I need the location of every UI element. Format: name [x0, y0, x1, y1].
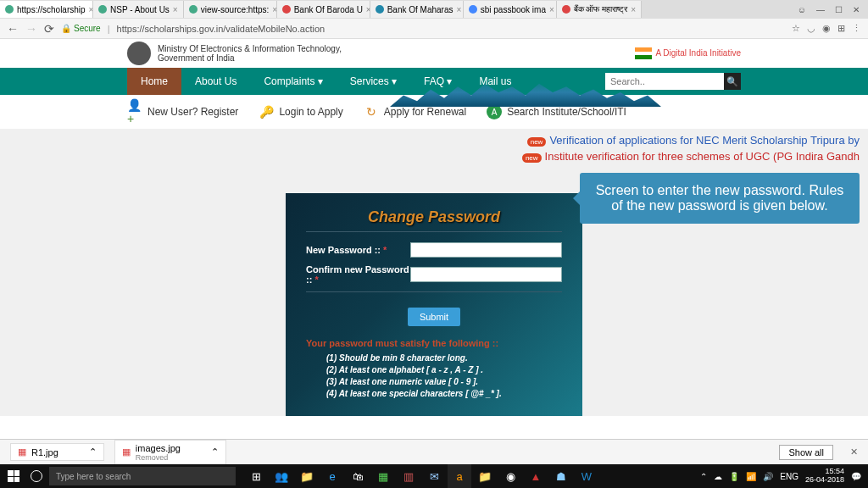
language-indicator[interactable]: ENG — [780, 472, 798, 481]
browser-tab[interactable]: बैंक ऑफ महाराष्ट्र× — [557, 1, 642, 18]
back-icon[interactable]: ← — [7, 22, 19, 36]
url-text[interactable]: https://scholarships.gov.in/validateMobi… — [117, 24, 785, 34]
search-icon[interactable]: 🔍 — [724, 73, 741, 90]
refresh-icon: ↻ — [364, 104, 379, 119]
browser-tab[interactable]: NSP - About Us× — [93, 1, 184, 18]
taskbar: Type here to search ⊞ 👥 📁 e 🛍 ▦ ▥ ✉ a 📁 … — [0, 464, 868, 488]
address-bar: ← → ⟳ 🔒 Secure | https://scholarships.go… — [0, 19, 868, 39]
reload-icon[interactable]: ⟳ — [44, 22, 54, 36]
rule-item: (1) Should be min 8 character long. — [326, 353, 562, 363]
minimize-icon[interactable]: — — [816, 5, 825, 14]
chrome-icon[interactable]: ◉ — [498, 464, 522, 488]
site-header: Ministry Of Electronics & Information Te… — [0, 39, 868, 68]
chevron-up-icon[interactable]: ⌃ — [211, 446, 219, 458]
main-nav: Home About Us Complaints ▾ Services ▾ FA… — [0, 68, 868, 95]
close-icon[interactable]: × — [173, 5, 178, 14]
rule-item: (3) At least one numeric value [ 0 - 9 ]… — [326, 377, 562, 386]
explorer-icon[interactable]: 📁 — [473, 464, 497, 488]
flag-icon — [635, 47, 652, 59]
panel-title: Change Password — [306, 208, 562, 226]
password-rules: (1) Should be min 8 character long. (2) … — [306, 353, 562, 398]
secure-badge: 🔒 Secure — [61, 24, 101, 33]
close-window-icon[interactable]: ✕ — [853, 5, 860, 14]
close-icon[interactable]: × — [631, 5, 636, 14]
browser-tab[interactable]: sbi passbook ima× — [464, 1, 557, 18]
confirm-password-label: Confirm new Password :: * — [306, 264, 410, 285]
clock[interactable]: 15:5426-04-2018 — [805, 468, 844, 485]
nav-complaints[interactable]: Complaints ▾ — [250, 68, 336, 95]
extension-icon[interactable]: ◉ — [822, 23, 831, 34]
extension-icon[interactable]: ⊞ — [837, 23, 845, 34]
new-password-label: New Password :: * — [306, 245, 410, 255]
app-icon[interactable]: ▦ — [371, 464, 395, 488]
file-icon: ▦ — [122, 446, 131, 458]
new-password-input[interactable] — [410, 242, 562, 258]
nav-search-input[interactable] — [605, 73, 724, 90]
edge-icon[interactable]: e — [320, 464, 344, 488]
store-icon[interactable]: 🛍 — [346, 464, 370, 488]
onedrive-icon[interactable]: ☁ — [714, 472, 722, 481]
app-icon[interactable]: ▥ — [397, 464, 420, 488]
rule-item: (2) At least one alphabet [ a - z , A - … — [326, 365, 562, 374]
start-button[interactable] — [0, 464, 27, 488]
task-view-icon[interactable]: ⊞ — [244, 464, 268, 488]
close-icon[interactable]: × — [549, 5, 554, 14]
rule-item: (4) At least one special characters [ @#… — [326, 389, 562, 398]
browser-tab[interactable]: Bank Of Baroda U× — [277, 1, 370, 18]
user-plus-icon: 👤+ — [127, 104, 142, 119]
close-icon[interactable]: ✕ — [850, 446, 858, 458]
help-callout: Screen to enter the new password. Rules … — [580, 173, 860, 224]
browser-tab[interactable]: view-source:https:× — [184, 1, 277, 18]
amazon-icon[interactable]: a — [448, 464, 471, 488]
volume-icon[interactable]: 🔊 — [763, 472, 773, 481]
battery-icon[interactable]: 🔋 — [729, 472, 739, 481]
new-badge: new — [527, 137, 547, 147]
notif-link[interactable]: Verification of applications for NEC Mer… — [549, 134, 860, 147]
forward-icon[interactable]: → — [25, 22, 37, 36]
download-item[interactable]: ▦images.jpgRemoved⌃ — [114, 440, 226, 465]
pocket-icon[interactable]: ◡ — [807, 23, 815, 34]
wifi-icon[interactable]: 📶 — [746, 472, 756, 481]
word-icon[interactable]: W — [575, 464, 598, 488]
download-bar: ▦R1.jpg⌃ ▦images.jpgRemoved⌃ Show all ✕ — [0, 439, 868, 464]
cortana-icon[interactable] — [27, 470, 46, 482]
people-icon[interactable]: 👥 — [270, 464, 293, 488]
browser-tab-strip: https://scholarship× NSP - About Us× vie… — [0, 0, 868, 19]
taskbar-search[interactable]: Type here to search — [49, 467, 236, 485]
chevron-up-icon[interactable]: ⌃ — [89, 446, 97, 458]
change-password-panel: Change Password New Password :: * Confir… — [286, 193, 582, 416]
ministry-text: Ministry Of Electronics & Information Te… — [158, 44, 342, 53]
browser-tab[interactable]: Bank Of Maharas× — [370, 1, 464, 18]
explorer-icon[interactable]: 📁 — [295, 464, 319, 488]
app-icon[interactable]: ☗ — [549, 464, 573, 488]
file-icon: ▦ — [18, 446, 26, 458]
confirm-password-input[interactable] — [410, 267, 562, 282]
nav-home[interactable]: Home — [127, 68, 181, 95]
notifications-icon[interactable]: 💬 — [851, 472, 861, 481]
close-icon[interactable]: × — [457, 5, 462, 14]
govt-text: Government of India — [158, 53, 342, 63]
new-user-link[interactable]: 👤+New User? Register — [127, 104, 238, 119]
menu-icon[interactable]: ⋮ — [852, 23, 861, 34]
nav-services[interactable]: Services ▾ — [337, 68, 410, 95]
app-icon[interactable]: ▲ — [524, 464, 548, 488]
system-tray: ⌃ ☁ 🔋 📶 🔊 ENG 15:5426-04-2018 💬 — [693, 468, 868, 485]
browser-tab[interactable]: https://scholarship× — [0, 1, 93, 18]
nav-about[interactable]: About Us — [181, 68, 250, 95]
rules-heading: Your password must satisfy the following… — [306, 338, 562, 348]
submit-button[interactable]: Submit — [408, 308, 460, 326]
notif-link[interactable]: Institute verification for three schemes… — [545, 150, 860, 163]
download-item[interactable]: ▦R1.jpg⌃ — [10, 443, 104, 461]
login-link[interactable]: 🔑Login to Apply — [259, 104, 342, 119]
notification-marquee: newVerification of applications for NEC … — [0, 129, 868, 168]
mail-icon[interactable]: ✉ — [422, 464, 446, 488]
user-icon[interactable]: ☺ — [798, 5, 806, 14]
digital-india-label: A Digital India Initiative — [635, 47, 741, 59]
new-badge: new — [522, 153, 542, 163]
maximize-icon[interactable]: ☐ — [835, 5, 843, 14]
windows-icon — [8, 470, 19, 482]
emblem-icon — [127, 42, 151, 65]
chevron-up-icon[interactable]: ⌃ — [700, 472, 707, 481]
show-all-button[interactable]: Show all — [779, 445, 833, 460]
star-icon[interactable]: ☆ — [792, 23, 800, 34]
